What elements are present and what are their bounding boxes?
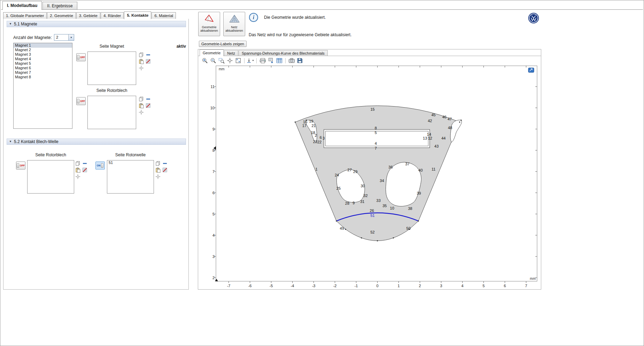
toggle-knob bbox=[17, 163, 19, 168]
contact-rotorwelle-tools bbox=[155, 160, 169, 179]
section-contact-title: 5.2 Kontakt Blech-Welle bbox=[14, 139, 59, 144]
contact-rotorblech-label: Seite Rotorblech bbox=[27, 152, 74, 157]
view-tab[interactable]: Geometrie bbox=[200, 49, 224, 56]
plot-label: 26 bbox=[370, 209, 374, 213]
mesh-icon bbox=[229, 14, 240, 24]
plot-label: 51 bbox=[370, 213, 374, 218]
clear-selection-icon[interactable] bbox=[145, 58, 151, 64]
left-tab[interactable]: 4. Ränder bbox=[101, 12, 124, 19]
zoom-extents-icon[interactable] bbox=[226, 57, 234, 64]
magnet-list-item[interactable]: Magnet 8 bbox=[14, 75, 72, 79]
paste-icon[interactable] bbox=[138, 58, 144, 64]
zoom-out-icon[interactable] bbox=[209, 57, 217, 64]
paste-icon[interactable] bbox=[138, 103, 144, 108]
section-magnets-header[interactable]: ▼ 5.1 Magnete bbox=[7, 21, 186, 27]
plot-canvas[interactable]: -7-6-5-4-3-2-101234567234567891011mmmm15… bbox=[210, 65, 540, 290]
show-geometry-labels-button[interactable]: Geometrie-Labels zeigen bbox=[199, 41, 247, 47]
magnet-list-item[interactable]: Magnet 7 bbox=[14, 70, 72, 75]
view-tab[interactable]: Netz bbox=[224, 50, 238, 56]
plot-label: 52 bbox=[370, 230, 374, 234]
magnet-count-select[interactable]: 2 ▼ bbox=[54, 34, 74, 41]
remove-icon[interactable] bbox=[82, 160, 87, 166]
zoom-to-selection-icon[interactable] bbox=[138, 109, 144, 115]
plot-label: 29 bbox=[353, 170, 357, 174]
view-tab-bar: GeometrieNetzSpannungs-Dehnungs-Kurve de… bbox=[200, 50, 328, 56]
window-tab[interactable]: I. Modellaufbau bbox=[2, 1, 42, 10]
toolbar-separator bbox=[256, 58, 257, 63]
plot-label: 14 bbox=[427, 132, 431, 136]
magnet-list-item[interactable]: Magnet 4 bbox=[14, 57, 72, 61]
plot-label: 5 bbox=[483, 284, 485, 288]
copy-icon[interactable] bbox=[155, 160, 161, 166]
contact-rotorblech-list[interactable] bbox=[27, 160, 74, 194]
left-tab[interactable]: 6. Material bbox=[152, 12, 176, 19]
zoom-box-icon[interactable] bbox=[218, 57, 225, 64]
list-item[interactable]: 51 bbox=[107, 160, 154, 165]
left-tab[interactable]: 5. Kontakte bbox=[124, 11, 151, 19]
magnet-list-item[interactable]: Magnet 5 bbox=[14, 61, 72, 66]
zoom-in-icon[interactable] bbox=[201, 57, 209, 64]
plot-label: 2 bbox=[419, 284, 421, 288]
export-image-icon[interactable] bbox=[267, 57, 275, 64]
magnet-list-item[interactable]: Magnet 6 bbox=[14, 66, 72, 70]
plot-label: 8 bbox=[212, 148, 215, 152]
toggle-state-label: ON bbox=[97, 164, 101, 167]
copy-icon[interactable] bbox=[138, 52, 144, 57]
seite-magnet-list[interactable] bbox=[87, 52, 136, 85]
plot-label: 1 bbox=[398, 284, 400, 288]
fit-view-icon[interactable] bbox=[234, 57, 242, 64]
toggle-knob bbox=[77, 55, 79, 60]
copy-icon[interactable] bbox=[138, 96, 144, 102]
plot-label: 50 bbox=[406, 226, 411, 230]
left-tab-bar: 1. Globale Parameter2. Geometrie3. Gebie… bbox=[3, 11, 176, 19]
magnet-list-item[interactable]: Magnet 1 bbox=[14, 43, 72, 48]
plot-label: 47 bbox=[448, 117, 452, 121]
application-window: I. ModellaufbauII. Ergebnisse 1. Globale… bbox=[0, 0, 644, 346]
plot-label: 6 bbox=[212, 191, 215, 195]
rotorwelle-list[interactable]: 51 bbox=[107, 160, 154, 194]
remove-icon[interactable] bbox=[145, 52, 151, 57]
left-tab[interactable]: 3. Gebiete bbox=[76, 12, 100, 19]
chevron-down-icon: ▼ bbox=[68, 34, 74, 40]
plot-label: -1 bbox=[355, 284, 358, 288]
seite-rotorblech-list[interactable] bbox=[87, 96, 136, 129]
remove-icon[interactable] bbox=[145, 96, 151, 102]
remove-icon[interactable] bbox=[162, 160, 168, 166]
clear-selection-icon[interactable] bbox=[162, 167, 168, 173]
save-image-icon[interactable] bbox=[296, 57, 304, 64]
magnet-count-value: 2 bbox=[54, 34, 68, 40]
update-geometry-button[interactable]: Geometrie aktualisieren bbox=[198, 12, 220, 36]
zoom-to-selection-icon[interactable] bbox=[155, 174, 161, 179]
magnet-list-item[interactable]: Magnet 2 bbox=[14, 48, 72, 52]
seite-rotorblech-toggle[interactable]: OFF bbox=[76, 97, 86, 105]
magnet-list-item[interactable]: Magnet 3 bbox=[14, 52, 72, 57]
paste-icon[interactable] bbox=[155, 167, 161, 173]
view-tab[interactable]: Spannungs-Dehnungs-Kurve des Blechmateri… bbox=[239, 50, 328, 56]
seite-magnet-toggle[interactable]: OFF bbox=[76, 53, 86, 61]
evaluate-table-icon[interactable] bbox=[276, 57, 283, 64]
clear-selection-icon[interactable] bbox=[145, 103, 151, 108]
plot-window-icon[interactable] bbox=[528, 68, 534, 72]
update-mesh-button[interactable]: Netz aktualisieren bbox=[223, 12, 245, 36]
section-contact-header[interactable]: ▼ 5.2 Kontakt Blech-Welle bbox=[7, 139, 186, 145]
print-icon[interactable] bbox=[259, 57, 266, 64]
clear-selection-icon[interactable] bbox=[82, 167, 87, 173]
plot-label: 27 bbox=[348, 168, 352, 172]
magnet-list[interactable]: Magnet 1Magnet 2Magnet 3Magnet 4Magnet 5… bbox=[13, 43, 72, 129]
update-geometry-label: Geometrie aktualisieren bbox=[199, 25, 220, 33]
axis-orientation-icon[interactable] bbox=[247, 57, 254, 64]
toolbar-separator bbox=[244, 58, 245, 63]
contact-rotorwelle-toggle[interactable]: ON bbox=[95, 162, 105, 170]
zoom-to-selection-icon[interactable] bbox=[75, 174, 80, 179]
paste-icon[interactable] bbox=[75, 167, 80, 173]
window-tab[interactable]: II. Ergebnisse bbox=[42, 2, 77, 10]
left-tab[interactable]: 2. Geometrie bbox=[47, 12, 76, 19]
zoom-to-selection-icon[interactable] bbox=[138, 65, 144, 71]
copy-icon[interactable] bbox=[75, 160, 80, 166]
plot-label: 34 bbox=[380, 179, 384, 183]
plot-label: 31 bbox=[360, 199, 364, 204]
plot-label: 21 bbox=[311, 124, 316, 128]
left-tab[interactable]: 1. Globale Parameter bbox=[3, 12, 47, 19]
snapshot-icon[interactable] bbox=[288, 57, 295, 64]
contact-rotorblech-toggle[interactable]: OFF bbox=[16, 162, 25, 170]
